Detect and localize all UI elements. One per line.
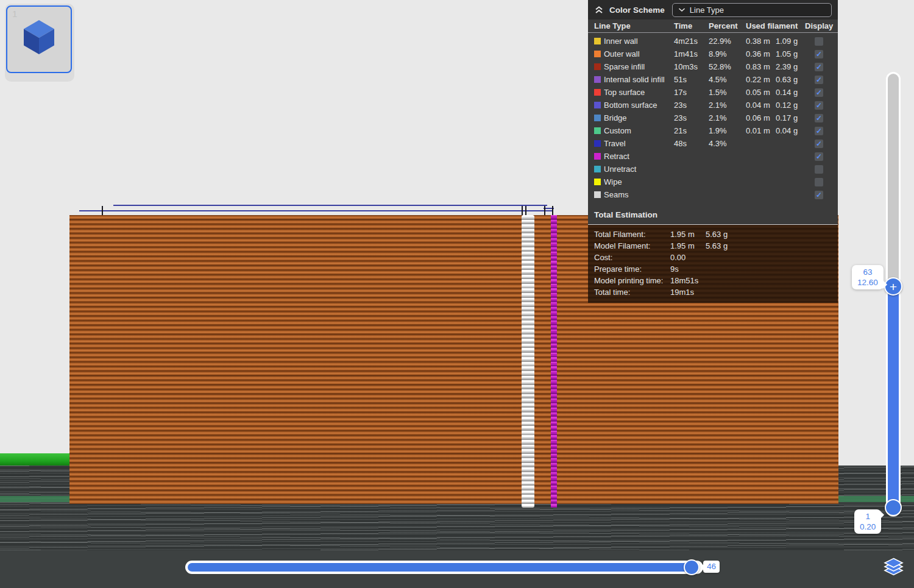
display-checkbox-inner-wall[interactable] [815, 37, 823, 46]
legend-row-bridge: Bridge23s2.1%0.06 m0.17 g✓ [594, 112, 833, 124]
line-type-label: Travel [604, 139, 674, 148]
line-type-swatch [594, 179, 601, 185]
gcode-preview-window: 1 Color Scheme Line Type Line Type Time … [0, 0, 914, 588]
display-checkbox-unretract[interactable] [815, 165, 823, 174]
line-type-swatch [594, 63, 601, 70]
display-checkbox-outer-wall[interactable]: ✓ [815, 50, 823, 58]
time-value: 51s [674, 75, 709, 84]
used-filament-m: 0.36 m [746, 49, 776, 58]
line-type-label: Internal solid infill [604, 75, 674, 84]
display-checkbox-bottom-surface[interactable]: ✓ [815, 101, 823, 110]
line-type-swatch [594, 51, 601, 57]
used-filament-g: 0.04 g [776, 126, 805, 135]
travel-line [113, 205, 547, 206]
checkmark-icon: ✓ [816, 76, 822, 84]
display-checkbox-top-surface[interactable]: ✓ [815, 88, 823, 97]
time-value: 23s [674, 101, 709, 110]
estimation-label: Prepare time: [594, 264, 670, 274]
line-type-swatch [594, 89, 601, 96]
col-time: Time [674, 21, 709, 30]
display-checkbox-sparse-infill[interactable]: ✓ [815, 63, 823, 71]
top-layer-height: 12.60 [857, 277, 878, 288]
display-checkbox-internal-solid-infill[interactable]: ✓ [815, 76, 823, 84]
checkmark-icon: ✓ [816, 63, 822, 71]
display-checkbox-wipe[interactable] [815, 178, 823, 186]
legend-row-inner-wall: Inner wall4m21s22.9%0.38 m1.09 g [594, 35, 833, 48]
display-checkbox-retract[interactable]: ✓ [815, 152, 823, 161]
used-filament-g: 2.39 g [776, 62, 805, 71]
line-type-label: Bridge [604, 113, 674, 122]
time-value: 17s [674, 88, 709, 97]
col-used-filament: Used filament [746, 21, 805, 30]
legend-rows: Inner wall4m21s22.9%0.38 m1.09 gOuter wa… [588, 33, 838, 205]
estimation-label: Model Filament: [594, 241, 670, 250]
legend-row-custom: Custom21s1.9%0.01 m0.04 g✓ [594, 124, 833, 137]
used-filament-m: 0.04 m [746, 101, 776, 110]
collapse-panel-icon[interactable] [594, 5, 604, 14]
layers-view-button[interactable] [884, 558, 904, 577]
panel-title: Color Scheme [609, 5, 665, 15]
used-filament-g: 0.17 g [776, 113, 805, 122]
step-slider-track[interactable] [185, 561, 703, 574]
step-slider-handle[interactable] [684, 559, 700, 575]
dropdown-value: Line Type [690, 5, 724, 15]
used-filament-m: 0.38 m [746, 37, 776, 46]
step-slider-value: 46 [703, 561, 720, 573]
layer-slider-top-handle[interactable]: + [884, 277, 902, 296]
line-type-swatch [594, 127, 601, 134]
line-type-label: Unretract [604, 165, 674, 174]
time-value: 4m21s [674, 37, 709, 46]
estimation-label: Model printing time: [594, 276, 670, 285]
chevron-down-icon [678, 7, 685, 12]
line-type-label: Sparse infill [604, 62, 674, 71]
display-checkbox-bridge[interactable]: ✓ [815, 114, 823, 122]
bottom-layer-number: 1 [860, 511, 876, 522]
line-type-swatch [594, 38, 601, 44]
estimation-value-1: 1.95 m [670, 241, 706, 250]
percent-value: 52.8% [709, 62, 746, 71]
travel-tick [525, 206, 526, 215]
estimation-label: Total time: [594, 288, 670, 297]
estimation-value-1: 1.95 m [670, 230, 706, 239]
plate-thumbnail[interactable]: 1 [5, 4, 74, 82]
checkmark-icon: ✓ [816, 152, 822, 161]
legend-row-bottom-surface: Bottom surface23s2.1%0.04 m0.12 g✓ [594, 99, 833, 112]
percent-value: 4.5% [709, 75, 746, 84]
bottom-layer-height: 0.20 [860, 522, 876, 532]
estimation-value-1: 18m51s [670, 276, 706, 285]
legend-row-unretract: Unretract [594, 163, 833, 175]
estimation-row-model-printing-time-: Model printing time:18m51s [594, 275, 832, 286]
bed-green-edge-left [0, 453, 73, 466]
layers-icon [884, 558, 904, 577]
retract-column [551, 215, 557, 508]
display-checkbox-travel[interactable]: ✓ [815, 140, 823, 148]
layer-slider-bottom-handle[interactable] [885, 499, 902, 516]
color-scheme-panel: Color Scheme Line Type Line Type Time Pe… [588, 0, 838, 303]
percent-value: 1.5% [709, 88, 746, 97]
line-type-swatch [594, 76, 601, 83]
plate-number: 1 [12, 9, 17, 19]
line-type-label: Outer wall [604, 49, 674, 58]
used-filament-m: 0.05 m [746, 88, 776, 97]
line-type-label: Top surface [604, 88, 674, 97]
layer-slider-track-filled [888, 286, 899, 515]
line-type-label: Bottom surface [604, 101, 674, 110]
col-display: Display [805, 21, 833, 30]
display-checkbox-seams[interactable]: ✓ [815, 191, 823, 199]
time-value: 1m41s [674, 49, 709, 58]
estimation-row-model-filament-: Model Filament:1.95 m5.63 g [594, 240, 832, 252]
layer-slider-track-upper [888, 74, 899, 286]
col-percent: Percent [709, 21, 746, 30]
color-scheme-dropdown[interactable]: Line Type [672, 3, 832, 17]
display-checkbox-custom[interactable]: ✓ [815, 127, 823, 135]
checkmark-icon: ✓ [816, 127, 822, 135]
estimation-row-cost-: Cost:0.00 [594, 252, 832, 263]
cube-icon [19, 17, 58, 56]
line-type-label: Custom [604, 126, 674, 135]
legend-table-header: Line Type Time Percent Used filament Dis… [588, 19, 838, 33]
travel-tick [544, 206, 545, 215]
used-filament-g: 0.12 g [776, 101, 805, 110]
estimation-row-prepare-time-: Prepare time:9s [594, 263, 832, 275]
percent-value: 4.3% [709, 139, 746, 148]
line-type-swatch [594, 191, 601, 198]
